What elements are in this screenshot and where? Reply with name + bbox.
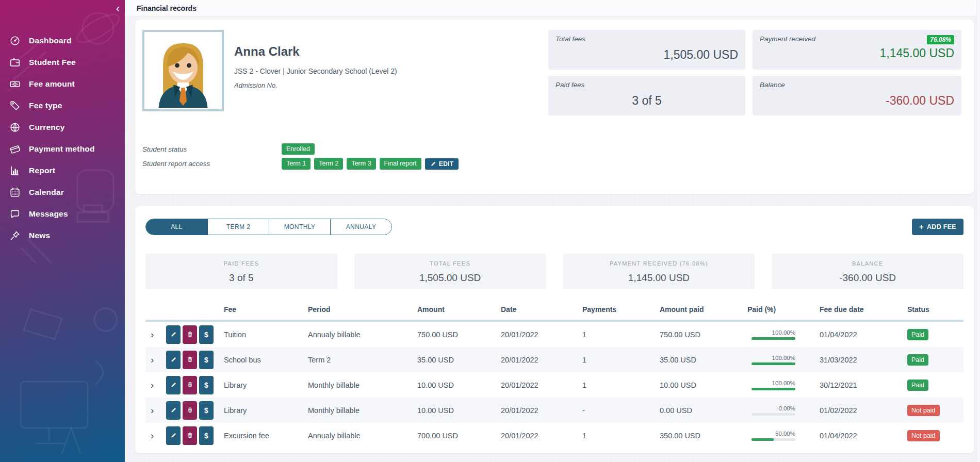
cell-fee-due-date: 01/04/2022 — [820, 432, 907, 440]
sidebar-collapse-button[interactable]: ‹ — [116, 2, 120, 15]
scrollbar-gutter — [976, 0, 980, 462]
paid-fees-box: Paid fees 3 of 5 — [548, 76, 745, 116]
total-fees-value: 1,505.00 USD — [556, 48, 738, 62]
sidebar-item-messages[interactable]: Messages — [0, 203, 125, 225]
chat-bubble-icon — [8, 208, 22, 220]
cell-period: Annualy billable — [308, 432, 417, 440]
student-avatar — [142, 30, 224, 111]
student-class: JSS 2 - Clover | Junior Secondary School… — [234, 67, 397, 75]
cell-fee: Tuition — [224, 331, 308, 339]
sidebar-item-label: Dashboard — [29, 36, 72, 45]
balance-box: Balance -360.00 USD — [753, 76, 961, 116]
trash-icon — [187, 382, 193, 388]
payments-fee-button[interactable]: $ — [199, 401, 214, 420]
status-badge: Not paid — [907, 405, 940, 416]
edit-fee-button[interactable] — [166, 351, 181, 369]
status-badge: Paid — [907, 329, 928, 340]
tab-monthly[interactable]: MONTHLY — [269, 219, 330, 235]
sidebar-item-label: Currency — [29, 123, 65, 132]
delete-fee-button[interactable] — [183, 351, 197, 369]
edit-report-access-button[interactable]: EDIT — [425, 158, 459, 170]
sidebar-item-fee-amount[interactable]: Fee amount — [0, 73, 125, 95]
payments-fee-button[interactable]: $ — [199, 325, 214, 344]
sidebar-item-calendar[interactable]: Calendar — [0, 182, 125, 203]
cell-fee: Excursion fee — [224, 432, 308, 440]
edit-fee-button[interactable] — [166, 401, 181, 420]
delete-fee-button[interactable] — [183, 426, 197, 445]
cell-period: Annualy billable — [308, 331, 417, 339]
stats-row: PAID FEES 3 of 5 TOTAL FEES 1,505.00 USD… — [145, 254, 963, 289]
trash-icon — [187, 356, 193, 363]
credit-card-icon — [8, 143, 22, 155]
sidebar-item-payment-method[interactable]: Payment method — [0, 138, 125, 160]
fees-table: Fee Period Amount Date Payments Amount p… — [145, 299, 963, 448]
payments-fee-button[interactable]: $ — [199, 351, 214, 369]
tab-term-2[interactable]: TERM 2 — [207, 219, 269, 235]
cell-amount-paid: 0.00 USD — [660, 406, 747, 415]
edit-button-label: EDIT — [439, 160, 454, 168]
table-row: › $ Excursion fee Annualy billable 700.0… — [145, 423, 963, 448]
tag-icon — [8, 100, 22, 112]
payments-fee-button[interactable]: $ — [199, 426, 214, 445]
speedometer-icon — [8, 35, 22, 47]
topbar: Financial records — [125, 0, 980, 16]
cell-amount-paid: 350.00 USD — [660, 432, 747, 440]
col-date: Date — [501, 305, 582, 314]
cell-amount: 10.00 USD — [417, 381, 501, 389]
cell-fee: Library — [224, 406, 308, 415]
delete-fee-button[interactable] — [183, 376, 197, 394]
trash-icon — [187, 331, 193, 338]
table-header: Fee Period Amount Date Payments Amount p… — [145, 299, 963, 322]
calendar-icon — [8, 186, 22, 199]
edit-fee-button[interactable] — [166, 325, 181, 344]
sidebar-item-label: Fee amount — [29, 79, 75, 89]
paid-percent-cell: 100.00% — [752, 380, 795, 390]
expand-row-button[interactable]: › — [145, 329, 166, 340]
cell-fee: Library — [224, 381, 308, 389]
total-fees-label: Total fees — [556, 35, 738, 43]
sidebar-item-student-fee[interactable]: Student Fee — [0, 52, 125, 73]
pencil-icon — [170, 331, 177, 338]
pencil-icon — [430, 161, 436, 167]
balance-value: -360.00 USD — [760, 94, 954, 108]
globe-icon — [8, 121, 22, 134]
cell-fee-due-date: 30/12/2021 — [820, 381, 907, 389]
stat-value: 1,145.00 USD — [563, 272, 755, 284]
cell-period: Monthly billable — [308, 381, 417, 389]
admission-no-label: Admission No. — [234, 81, 397, 89]
cell-amount: 750.00 USD — [417, 331, 501, 339]
sidebar-item-fee-type[interactable]: Fee type — [0, 95, 125, 117]
progress-bar — [752, 438, 795, 441]
filter-tab-group: ALL TERM 2 MONTHLY ANNUALY — [145, 219, 392, 235]
tab-annualy[interactable]: ANNUALY — [330, 219, 391, 235]
expand-row-button[interactable]: › — [145, 354, 166, 366]
paid-percent-cell: 50.00% — [752, 431, 795, 441]
expand-row-button[interactable]: › — [145, 405, 166, 416]
cell-date: 20/01/2022 — [501, 356, 582, 364]
pencil-icon — [170, 432, 177, 439]
total-fees-box: Total fees 1,505.00 USD — [548, 30, 745, 70]
expand-row-button[interactable]: › — [145, 380, 166, 391]
edit-fee-button[interactable] — [166, 426, 181, 445]
summary-grid: Total fees 1,505.00 USD Payment received… — [548, 30, 961, 116]
paid-percent-cell: 100.00% — [752, 355, 795, 365]
expand-row-button[interactable]: › — [145, 430, 166, 441]
edit-fee-button[interactable] — [166, 376, 181, 394]
student-name: Anna Clark — [234, 44, 397, 59]
sidebar-item-currency[interactable]: Currency — [0, 117, 125, 138]
sidebar-item-dashboard[interactable]: Dashboard — [0, 30, 125, 52]
add-fee-button[interactable]: + ADD FEE — [912, 219, 963, 235]
sidebar-item-news[interactable]: News — [0, 225, 125, 246]
delete-fee-button[interactable] — [183, 401, 197, 420]
payments-fee-button[interactable]: $ — [199, 376, 214, 394]
sidebar-item-label: News — [29, 231, 50, 240]
payment-received-value: 1,145.00 USD — [760, 46, 954, 60]
progress-bar — [752, 413, 795, 416]
tab-all[interactable]: ALL — [146, 219, 207, 235]
sidebar-item-label: Payment method — [29, 144, 95, 154]
sidebar-item-report[interactable]: Report — [0, 160, 125, 182]
delete-fee-button[interactable] — [183, 325, 197, 344]
cell-amount-paid: 750.00 USD — [660, 331, 747, 339]
sidebar-item-label: Fee type — [29, 101, 62, 110]
enrolled-badge: Enrolled — [282, 143, 315, 155]
